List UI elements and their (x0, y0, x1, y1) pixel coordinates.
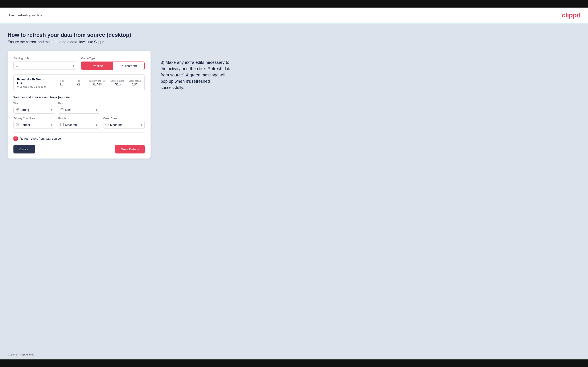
course-rating-stat: Course rating 72.5 (110, 80, 124, 86)
green-speed-col: Green Speed Moderate Slow Fast ▼ (103, 117, 145, 129)
side-text-block: 3) Make any extra edits necessary to the… (161, 51, 232, 91)
yards-stat: Yards/White (M)) 6,744 (89, 80, 106, 86)
cancel-button[interactable]: Cancel (13, 145, 35, 153)
wind-rain-row: Wind Strong Calm Moderate ▼ R (13, 102, 145, 114)
game-type-col: Game Type Practice Tournament (81, 57, 145, 70)
yards-value: 6,744 (89, 83, 106, 86)
green-speed-icon (105, 123, 109, 127)
holes-stat: Holes 18 (55, 80, 68, 86)
button-row: Cancel Save Details (13, 145, 145, 153)
course-rating-value: 72.5 (110, 83, 124, 86)
refresh-row: ✓ Refresh shots from data source (13, 136, 145, 141)
course-name-block: Royal North Devon GC, Westward Ho!, Engl… (17, 77, 51, 88)
green-speed-label: Green Speed (103, 117, 145, 120)
rain-select-wrapper: None Light Heavy ▼ (58, 106, 100, 114)
wind-select[interactable]: Strong Calm Moderate (20, 106, 53, 113)
rain-icon (60, 108, 64, 112)
side-text-content: 3) Make any extra edits necessary to the… (161, 59, 232, 91)
course-location: Westward Ho!, England (17, 85, 51, 88)
svg-point-0 (61, 108, 63, 109)
page-subtitle: Ensure the correct and most up to date d… (8, 40, 580, 44)
page-title: How to refresh your data from source (de… (8, 32, 580, 38)
holes-value: 18 (55, 83, 68, 86)
par-value: 72 (72, 83, 85, 86)
refresh-label: Refresh shots from data source (20, 137, 61, 140)
practice-button[interactable]: Practice (82, 62, 113, 70)
slope-rating-stat: Slope rating 134 (129, 80, 141, 86)
copyright-text: Copyright Clippd 2022 (8, 353, 35, 356)
fairway-select-wrapper: Normal Firm Soft ▼ (13, 121, 55, 129)
wind-select-wrapper: Strong Calm Moderate ▼ (13, 106, 55, 114)
rough-select-wrapper: Moderate Light Heavy ▼ (58, 121, 100, 129)
svg-rect-2 (61, 123, 64, 126)
rain-col: Rain None Light Heavy ▼ (58, 102, 100, 114)
slope-rating-value: 134 (129, 83, 141, 86)
save-button[interactable]: Save Details (115, 145, 145, 153)
empty-col (103, 102, 145, 114)
starting-hole-col: Starting Hole 1 10 ▼ (13, 57, 77, 70)
slope-rating-label: Slope rating (129, 80, 141, 82)
logo: clippd (562, 11, 580, 19)
yards-label: Yards/White (M)) (89, 80, 106, 82)
header: How to refresh your data clippd (0, 8, 588, 23)
top-fields-row: Starting Hole 1 10 ▼ Game Type Practice … (13, 57, 145, 70)
starting-hole-select[interactable]: 1 10 (13, 61, 77, 70)
rain-select[interactable]: None Light Heavy (65, 106, 98, 113)
wind-label: Wind (13, 102, 55, 105)
rain-label: Rain (58, 102, 100, 105)
rough-icon (60, 123, 64, 127)
green-speed-select[interactable]: Moderate Slow Fast (110, 121, 143, 128)
rough-label: Rough (58, 117, 100, 120)
content-area: Starting Hole 1 10 ▼ Game Type Practice … (8, 51, 580, 158)
game-type-label: Game Type (81, 57, 145, 60)
form-card: Starting Hole 1 10 ▼ Game Type Practice … (8, 51, 150, 158)
divider (13, 133, 145, 133)
course-name-main: Royal North Devon GC, (17, 77, 51, 85)
game-type-toggle: Practice Tournament (81, 61, 145, 70)
fairway-select[interactable]: Normal Firm Soft (20, 121, 53, 128)
breadcrumb: How to refresh your data (8, 13, 42, 17)
course-row: Royal North Devon GC, Westward Ho!, Engl… (13, 74, 145, 91)
wind-icon (15, 108, 19, 112)
conditions-row-2: Fairway Conditions Normal Firm Soft ▼ (13, 117, 145, 129)
top-bar (0, 0, 588, 8)
checkmark-icon: ✓ (15, 137, 17, 140)
starting-hole-label: Starting Hole (13, 57, 77, 60)
rough-col: Rough Moderate Light Heavy ▼ (58, 117, 100, 129)
wind-col: Wind Strong Calm Moderate ▼ (13, 102, 55, 114)
rough-select[interactable]: Moderate Light Heavy (65, 121, 98, 128)
holes-label: Holes (55, 80, 68, 82)
fairway-label: Fairway Conditions (13, 117, 55, 120)
par-stat: Par 72 (72, 80, 85, 86)
course-rating-label: Course rating (110, 80, 124, 82)
weather-section-title: Weather and course conditions (optional) (13, 96, 145, 99)
par-label: Par (72, 80, 85, 82)
fairway-icon (15, 123, 19, 127)
green-speed-select-wrapper: Moderate Slow Fast ▼ (103, 121, 145, 129)
fairway-col: Fairway Conditions Normal Firm Soft ▼ (13, 117, 55, 129)
bottom-bar (0, 359, 588, 367)
footer: Copyright Clippd 2022 (0, 351, 588, 359)
starting-hole-wrapper: 1 10 ▼ (13, 61, 77, 70)
refresh-checkbox[interactable]: ✓ (13, 136, 18, 141)
tournament-button[interactable]: Tournament (113, 62, 144, 70)
main-content: How to refresh your data from source (de… (0, 23, 588, 351)
